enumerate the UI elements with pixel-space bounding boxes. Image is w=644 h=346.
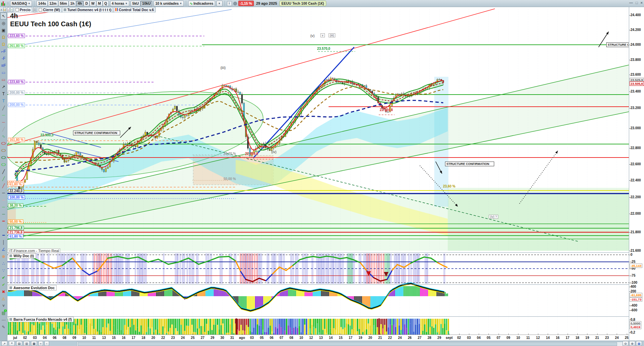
hline-dkgreen-tool[interactable]: ─ [0, 210, 7, 217]
indicators-dropdown[interactable]: ▼ [216, 1, 223, 6]
panel-header[interactable]: Awesome Evolution Doc [8, 285, 57, 290]
sell-arrow-icon[interactable]: ↓ [7, 7, 9, 12]
fib-level-label[interactable]: 61,80 % [8, 234, 23, 239]
hline-red-tool[interactable]: ─ [0, 118, 7, 126]
timeframe-button-144s[interactable]: 144s [36, 1, 47, 6]
fib-level-label[interactable]: 21.796,8 [8, 226, 24, 230]
circle-cross-tool[interactable]: ⊕ [0, 253, 7, 260]
collapse-chevron[interactable]: ˅ [0, 302, 7, 309]
fib-level-label[interactable]: 38,20 % [8, 203, 23, 208]
buy-arrow-icon[interactable]: ↑ [10, 7, 13, 12]
ellipse-brown-tool[interactable]: ◯ [0, 147, 7, 154]
panel-separator[interactable] [0, 284, 629, 285]
hline-red2-tool[interactable]: ━ [0, 217, 7, 224]
fib-levels-tool[interactable]: -F [0, 55, 7, 62]
fib-level-label[interactable]: 50,00 % [8, 219, 23, 224]
line-green-tool[interactable]: ╱ [0, 175, 7, 182]
fib-level-label[interactable]: 100,00 % [8, 195, 25, 200]
vline-tool[interactable]: │ [0, 239, 7, 246]
confirm-check-tool[interactable]: ✔ [0, 274, 7, 281]
minimize-button[interactable]: — [629, 1, 633, 5]
timeframe-button-M[interactable]: M [96, 1, 103, 6]
overlay-precio[interactable]: Precio [14, 7, 32, 12]
list-icon[interactable]: ☰ [33, 7, 36, 12]
report-icon[interactable]: ▤ [16, 341, 22, 346]
checkbox-icon[interactable] [39, 8, 42, 11]
segment-tool[interactable]: ╱ [0, 104, 7, 111]
alert-pointer-tool[interactable]: Ω [0, 34, 7, 41]
swing-price-label[interactable]: 22.900,3 [40, 133, 54, 137]
panel-separator[interactable] [0, 316, 629, 317]
alert-bell-icon[interactable]: Ω [3, 7, 6, 12]
fib-level-label[interactable]: 261,80 % [8, 44, 25, 48]
fib-fan-tool[interactable]: ≡F [0, 62, 7, 69]
panel-separator[interactable] [0, 252, 629, 253]
chart-canvas[interactable] [0, 0, 644, 346]
hline-navy-tool[interactable]: ━ [0, 232, 7, 239]
line-black-tool[interactable]: ╱ [0, 168, 7, 175]
annotation-text[interactable]: 23,60 % [443, 184, 455, 188]
ruler-tool[interactable]: ╱ [0, 126, 7, 133]
hline-green2-tool[interactable]: ─ [0, 203, 7, 210]
collapse-icons-button[interactable]: « [38, 341, 43, 346]
overlay-tunel[interactable]: Tunel Domenec v4 (t t t t t) [62, 7, 113, 12]
units-button-5kU[interactable]: 5kU [131, 1, 140, 6]
fib-level-label[interactable]: 223,60 % [8, 80, 25, 84]
close-button[interactable]: × [641, 1, 643, 5]
ellipse-red-tool[interactable]: ◯ [0, 140, 7, 147]
fib-retracement-tool[interactable]: ⌐F [0, 48, 7, 55]
wave-label[interactable]: v [320, 33, 325, 37]
period-selector[interactable]: 4 horas▼ [110, 1, 129, 6]
scroll-left-button[interactable]: ‹ [44, 341, 49, 346]
zoom-out-button[interactable]: ⊖ [622, 341, 629, 346]
line-red-tool[interactable]: ╱ [0, 182, 7, 189]
fib-level-label[interactable]: 161,80 % [8, 138, 25, 142]
thumbs-up-tool[interactable]: ✔ [0, 281, 7, 288]
date-axis[interactable]: jul0203040608091011131516171820222324252… [0, 335, 629, 341]
wave-tool[interactable]: ∿ [0, 133, 7, 140]
structure-confirmation-label[interactable]: STRUCTURE CONFIRMATION [606, 42, 631, 47]
scatter-tool[interactable]: ∴ [0, 260, 7, 267]
swing-price-label[interactable]: 22.659,8 [245, 152, 258, 155]
hline-black-tool[interactable]: ─ [0, 189, 7, 196]
instrument-badge[interactable]: EEUU Tech 100 Cash (1€) [279, 1, 326, 6]
share-icon[interactable]: ↗ [1, 341, 7, 346]
ellipse-dkgreen-tool[interactable]: ◯ [0, 154, 7, 161]
compare-icon[interactable]: ▥ [24, 341, 30, 346]
zoom-area-tool[interactable]: ▣ [0, 27, 7, 34]
warning-tool[interactable]: ⚠ [0, 295, 7, 302]
panel-header[interactable]: Willy Doc (t) [8, 253, 36, 258]
scatter2-tool[interactable]: ∵ [0, 267, 7, 274]
indicators-button[interactable]: ∿ Indicadores [188, 1, 215, 6]
timeframe-button-12m[interactable]: 12m [48, 1, 58, 6]
hline-pink-tool[interactable]: ─ [0, 196, 7, 203]
zoom-in-button[interactable]: ⊕ [629, 341, 635, 346]
price-axis[interactable]: 24.40024.20024.00023.80023.60023.40023.2… [629, 7, 644, 341]
alert-tool[interactable]: Ω [0, 41, 7, 48]
info-icon[interactable]: i [227, 1, 232, 6]
more-tool[interactable]: ⋯ [0, 316, 7, 323]
cursor-tool[interactable]: ↖ [0, 12, 7, 20]
scrollbar-thumb[interactable] [78, 342, 617, 346]
timeframe-button-56m[interactable]: 56m [58, 1, 69, 6]
annotation-text[interactable]: (iv) [271, 150, 276, 154]
wave-label[interactable]: (iv) ? [489, 215, 498, 219]
structure-confirmation-label[interactable]: STRUCTURE CONFIRMATION [73, 131, 120, 135]
overlay-control[interactable]: Control Total Doc v.6 [114, 7, 155, 12]
scrollbar-track[interactable] [77, 342, 626, 346]
overlay-cierre[interactable]: Cierre (W) [37, 7, 61, 12]
annotation-text[interactable]: 38,20 % [224, 152, 236, 155]
units-button-10kU[interactable]: 10kU [140, 1, 152, 6]
zoom-tool[interactable]: ◎ [0, 20, 7, 27]
text-tool[interactable]: T [0, 90, 7, 97]
fib-level-label[interactable]: 22.240,0 [8, 189, 24, 193]
swing-price-label[interactable]: 23.570,0 [317, 47, 330, 50]
timeframe-button-Q[interactable]: Q [103, 1, 109, 6]
annotation-text[interactable]: (v) [310, 34, 314, 38]
panel-header[interactable]: Barra Fuerza Fondo Mercado v4 (f) [8, 317, 74, 322]
comment-icon[interactable]: ❝ [9, 341, 15, 346]
timeframe-button-1h[interactable]: 1h [69, 1, 76, 6]
grip-icon[interactable]: ⁞⁞ [7, 2, 9, 5]
structure-confirmation-label[interactable]: STRUCTURE CONFIRMATION [445, 162, 494, 166]
hline-green-tool[interactable]: ─ [0, 111, 7, 118]
